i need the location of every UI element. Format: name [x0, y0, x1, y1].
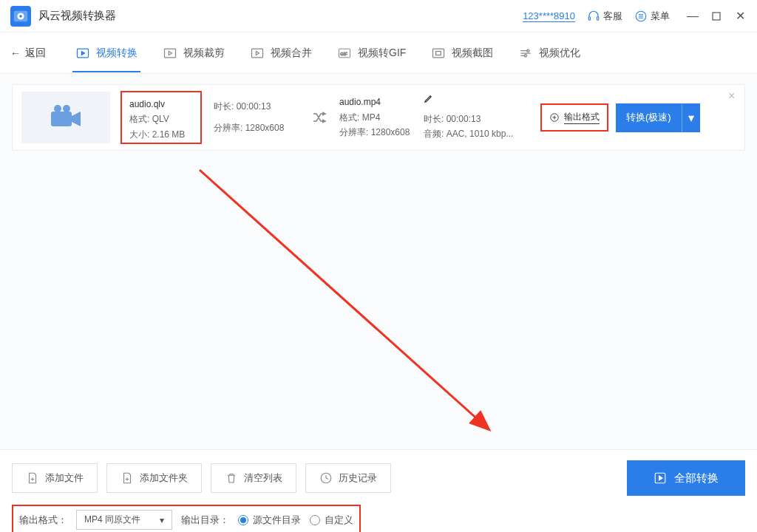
source-info: audio.qlv 格式: QLV 大小: 2.16 MB	[120, 91, 202, 144]
add-folder-button[interactable]: 添加文件夹	[106, 463, 202, 493]
tab-label: 视频优化	[539, 47, 580, 60]
camera-icon	[47, 103, 84, 132]
svg-rect-12	[433, 49, 444, 58]
tab-label: 视频裁剪	[183, 47, 225, 60]
play-icon	[654, 471, 667, 485]
svg-point-17	[54, 105, 61, 112]
out-dir-label: 输出目录：	[181, 514, 229, 527]
svg-line-20	[200, 170, 488, 429]
edit-icon[interactable]	[424, 93, 534, 108]
source-meta: 时长: 00:00:13 分辨率: 1280x608	[202, 96, 305, 139]
format-icon	[549, 112, 560, 123]
radio-custom-label: 自定义	[325, 514, 353, 527]
svg-point-2	[19, 15, 22, 18]
user-id[interactable]: 123****8910	[523, 10, 575, 22]
convert-button[interactable]: 转换(极速)	[616, 103, 682, 132]
file-add-icon	[26, 471, 39, 485]
history-label: 历史记录	[339, 471, 377, 485]
back-button[interactable]: ← 返回	[10, 47, 46, 60]
tab-label: 视频截图	[452, 47, 493, 60]
headset-icon	[587, 10, 600, 23]
app-title: 风云视频转换器	[38, 9, 116, 23]
maximize-button[interactable]	[710, 10, 723, 23]
svg-rect-3	[588, 16, 590, 20]
history-button[interactable]: 历史记录	[305, 463, 391, 493]
support-button[interactable]: 客服	[587, 10, 622, 23]
svg-rect-4	[597, 16, 599, 20]
gif-icon: GIF	[337, 46, 352, 61]
add-folder-label: 添加文件夹	[140, 471, 188, 485]
source-duration: 时长: 00:00:13	[214, 96, 305, 117]
radio-dot-icon	[310, 515, 320, 525]
source-filename: audio.qlv	[129, 97, 193, 112]
folder-add-icon	[120, 471, 134, 485]
convert-icon	[75, 46, 90, 61]
svg-point-14	[527, 50, 529, 52]
svg-rect-8	[165, 49, 176, 58]
convert-all-label: 全部转换	[674, 471, 719, 485]
file-row: audio.qlv 格式: QLV 大小: 2.16 MB 时长: 00:00:…	[12, 84, 745, 151]
tab-label: 视频合并	[271, 47, 312, 60]
format-label: 输出格式	[564, 111, 600, 124]
close-button[interactable]: ✕	[733, 10, 747, 23]
output-options: 输出格式： MP4 同原文件 ▾ 输出目录： 源文件目录 自定义	[12, 505, 361, 532]
menu-button[interactable]: 菜单	[634, 10, 670, 23]
radio-custom-dir[interactable]: 自定义	[310, 514, 353, 527]
tab-label: 视频转GIF	[358, 47, 406, 60]
menu-label: 菜单	[651, 10, 670, 23]
annotation-arrow	[192, 163, 503, 443]
output-info: audio.mp4 格式: MP4 分辨率: 1280x608	[335, 95, 424, 140]
screenshot-icon	[431, 46, 446, 61]
tab-screenshot[interactable]: 视频截图	[428, 34, 496, 72]
crop-icon	[163, 46, 177, 61]
output-audio: 音频: AAC, 1010 kbp...	[424, 126, 534, 141]
tab-gif[interactable]: GIF 视频转GIF	[334, 34, 409, 72]
file-thumbnail	[21, 92, 110, 143]
add-file-button[interactable]: 添加文件	[12, 463, 98, 493]
tab-label: 视频转换	[96, 47, 138, 60]
tab-nav: ← 返回 视频转换 视频裁剪 视频合并 GIF 视频转GIF 视频截图 视频优化	[0, 33, 757, 74]
out-format-value: MP4 同原文件	[84, 514, 140, 526]
convert-dropdown[interactable]: ▾	[682, 103, 700, 132]
output-format-select[interactable]: MP4 同原文件 ▾	[76, 510, 172, 530]
clock-icon	[319, 471, 333, 485]
output-filename: audio.mp4	[339, 95, 424, 109]
output-resolution: 分辨率: 1280x608	[339, 125, 424, 140]
output-format: 格式: MP4	[339, 110, 424, 125]
svg-rect-9	[252, 49, 263, 58]
svg-rect-6	[713, 13, 720, 20]
source-resolution: 分辨率: 1280x608	[214, 117, 305, 139]
add-file-label: 添加文件	[45, 471, 84, 485]
tab-merge[interactable]: 视频合并	[247, 34, 315, 72]
clear-button[interactable]: 清空列表	[211, 463, 296, 493]
minimize-button[interactable]: —	[686, 10, 699, 23]
output-format-button[interactable]: 输出格式	[540, 103, 608, 132]
content-area: audio.qlv 格式: QLV 大小: 2.16 MB 时长: 00:00:…	[0, 74, 757, 449]
convert-all-button[interactable]: 全部转换	[627, 460, 745, 496]
support-label: 客服	[603, 10, 622, 23]
tab-optimize[interactable]: 视频优化	[515, 34, 583, 72]
source-format: 格式: QLV	[129, 112, 193, 126]
merge-icon	[250, 46, 265, 61]
out-format-label: 输出格式：	[19, 514, 67, 527]
menu-icon	[634, 10, 648, 23]
output-meta: 时长: 00:00:13 音频: AAC, 1010 kbp...	[424, 93, 534, 141]
remove-file-button[interactable]: ×	[728, 89, 740, 101]
output-duration: 时长: 00:00:13	[424, 112, 534, 126]
app-logo-icon	[10, 6, 31, 27]
back-label: 返回	[25, 47, 46, 60]
svg-rect-16	[51, 112, 72, 126]
trash-icon	[225, 471, 238, 485]
chevron-down-icon: ▾	[160, 515, 164, 525]
tab-crop[interactable]: 视频裁剪	[160, 34, 228, 72]
tab-convert[interactable]: 视频转换	[72, 34, 140, 72]
radio-dot-icon	[238, 515, 248, 525]
arrow-left-icon: ←	[10, 47, 21, 59]
svg-rect-13	[436, 51, 441, 55]
svg-text:GIF: GIF	[340, 52, 347, 56]
shuffle-icon	[305, 109, 335, 126]
optimize-icon	[518, 46, 533, 61]
bottom-bar: 添加文件 添加文件夹 清空列表 历史记录 全部转换 输出格式： MP4 同原文件…	[0, 449, 757, 532]
radio-source-label: 源文件目录	[253, 514, 301, 527]
radio-source-dir[interactable]: 源文件目录	[238, 514, 301, 527]
